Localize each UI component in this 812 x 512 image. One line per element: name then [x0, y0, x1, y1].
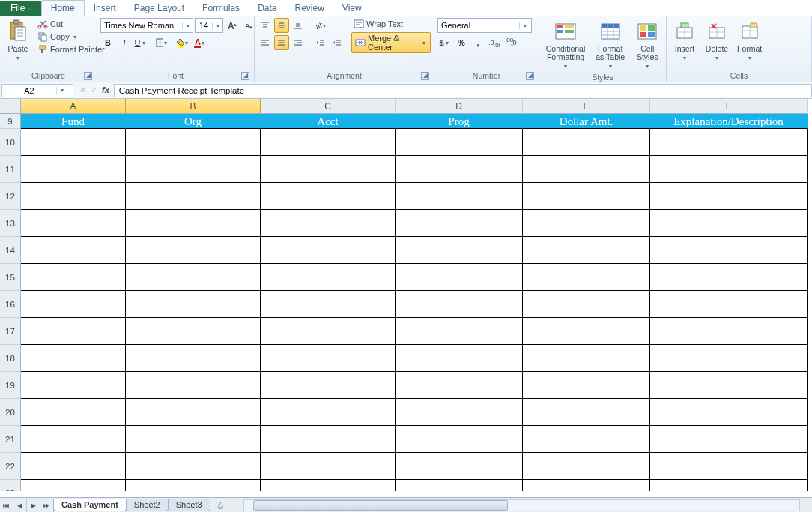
cell-A20[interactable]: [21, 399, 126, 426]
tab-formulas[interactable]: Formulas: [193, 1, 249, 16]
select-all-corner[interactable]: [0, 99, 21, 114]
cell-B18[interactable]: [126, 345, 261, 372]
cell-A23[interactable]: [21, 480, 126, 491]
cell-A16[interactable]: [21, 291, 126, 318]
align-left-button[interactable]: [258, 35, 273, 50]
cell-A19[interactable]: [21, 372, 126, 399]
cell-D14[interactable]: [396, 237, 523, 264]
increase-indent-button[interactable]: [330, 35, 345, 50]
row-header-16[interactable]: 16: [0, 291, 21, 318]
cell-B21[interactable]: [126, 426, 261, 453]
header-cell-C9[interactable]: Acct: [261, 114, 396, 129]
orientation-button[interactable]: ab▾: [313, 18, 328, 33]
cell-E16[interactable]: [523, 291, 650, 318]
cell-B23[interactable]: [126, 480, 261, 491]
cell-B11[interactable]: [126, 156, 261, 183]
header-cell-A9[interactable]: Fund: [21, 114, 126, 129]
align-right-button[interactable]: [291, 35, 306, 50]
border-button[interactable]: ▾: [154, 35, 169, 50]
cell-F16[interactable]: [650, 291, 808, 318]
column-header-A[interactable]: A: [21, 99, 126, 114]
cell-styles-button[interactable]: Cell Styles ▾: [631, 18, 663, 72]
cell-E11[interactable]: [523, 156, 650, 183]
name-box[interactable]: ▾: [1, 84, 73, 97]
underline-button[interactable]: U▾: [133, 35, 148, 50]
cell-D21[interactable]: [396, 426, 523, 453]
number-format-combo[interactable]: ▾: [437, 18, 532, 33]
row-header-18[interactable]: 18: [0, 345, 21, 372]
cell-E15[interactable]: [523, 264, 650, 291]
fx-button[interactable]: fx: [102, 85, 109, 95]
row-header-23[interactable]: 23: [0, 480, 21, 491]
sheet-nav-next[interactable]: ▶: [27, 499, 40, 512]
bold-button[interactable]: B: [100, 35, 115, 50]
row-header-22[interactable]: 22: [0, 453, 21, 480]
cell-A12[interactable]: [21, 183, 126, 210]
align-top-button[interactable]: [258, 18, 273, 33]
cell-A17[interactable]: [21, 318, 126, 345]
row-header-10[interactable]: 10: [0, 129, 21, 156]
cell-D20[interactable]: [396, 399, 523, 426]
cell-C13[interactable]: [261, 210, 396, 237]
cell-C15[interactable]: [261, 264, 396, 291]
cell-C14[interactable]: [261, 237, 396, 264]
cell-F11[interactable]: [650, 156, 808, 183]
cell-B15[interactable]: [126, 264, 261, 291]
paste-button[interactable]: Paste▾: [3, 18, 33, 64]
cell-E13[interactable]: [523, 210, 650, 237]
cell-D17[interactable]: [396, 318, 523, 345]
accounting-button[interactable]: $▾: [437, 35, 452, 50]
row-header-14[interactable]: 14: [0, 237, 21, 264]
merge-center-button[interactable]: Merge & Center▾: [351, 32, 431, 53]
row-header-12[interactable]: 12: [0, 183, 21, 210]
column-header-B[interactable]: B: [126, 99, 261, 114]
header-cell-D9[interactable]: Prog: [396, 114, 523, 129]
sheet-nav-first[interactable]: ⏮: [0, 499, 13, 512]
row-header-20[interactable]: 20: [0, 399, 21, 426]
cell-A14[interactable]: [21, 237, 126, 264]
comma-button[interactable]: ,: [470, 35, 485, 50]
row-header-15[interactable]: 15: [0, 264, 21, 291]
cell-C18[interactable]: [261, 345, 396, 372]
format-as-table-button[interactable]: Format as Table ▾: [591, 18, 629, 72]
cell-D13[interactable]: [396, 210, 523, 237]
sheet-tab-1[interactable]: Cash Payment: [53, 499, 127, 511]
cell-C20[interactable]: [261, 399, 396, 426]
cell-E12[interactable]: [523, 183, 650, 210]
cell-D23[interactable]: [396, 480, 523, 491]
format-painter-button[interactable]: Format Painter: [35, 43, 107, 55]
cell-B10[interactable]: [126, 129, 261, 156]
cell-A10[interactable]: [21, 129, 126, 156]
cell-B16[interactable]: [126, 291, 261, 318]
cell-F10[interactable]: [650, 129, 808, 156]
new-sheet-button[interactable]: ⎙: [213, 501, 228, 510]
tab-review[interactable]: Review: [285, 1, 333, 16]
cell-F17[interactable]: [650, 318, 808, 345]
alignment-launcher[interactable]: ◢: [421, 72, 429, 80]
cell-E20[interactable]: [523, 399, 650, 426]
tab-data[interactable]: Data: [249, 1, 285, 16]
number-launcher[interactable]: ◢: [526, 72, 534, 80]
decrease-decimal-button[interactable]: .00→.0: [503, 35, 518, 50]
cell-E17[interactable]: [523, 318, 650, 345]
clipboard-launcher[interactable]: ◢: [84, 72, 92, 80]
cell-F22[interactable]: [650, 453, 808, 480]
cell-E19[interactable]: [523, 372, 650, 399]
row-header-9[interactable]: 9: [0, 114, 21, 129]
cell-C21[interactable]: [261, 426, 396, 453]
cell-E23[interactable]: [523, 480, 650, 491]
delete-cells-button[interactable]: Delete▾: [702, 18, 732, 64]
cell-B14[interactable]: [126, 237, 261, 264]
row-header-13[interactable]: 13: [0, 210, 21, 237]
cell-F13[interactable]: [650, 210, 808, 237]
column-header-F[interactable]: F: [650, 99, 808, 114]
sheet-tab-2[interactable]: Sheet2: [126, 499, 169, 511]
copy-button[interactable]: Copy ▾: [35, 31, 107, 43]
cell-A18[interactable]: [21, 345, 126, 372]
percent-button[interactable]: %: [454, 35, 469, 50]
cell-B13[interactable]: [126, 210, 261, 237]
horizontal-scrollbar[interactable]: [243, 499, 800, 511]
tab-view[interactable]: View: [333, 1, 371, 16]
font-size-combo[interactable]: ▾: [195, 18, 223, 33]
cell-B17[interactable]: [126, 318, 261, 345]
